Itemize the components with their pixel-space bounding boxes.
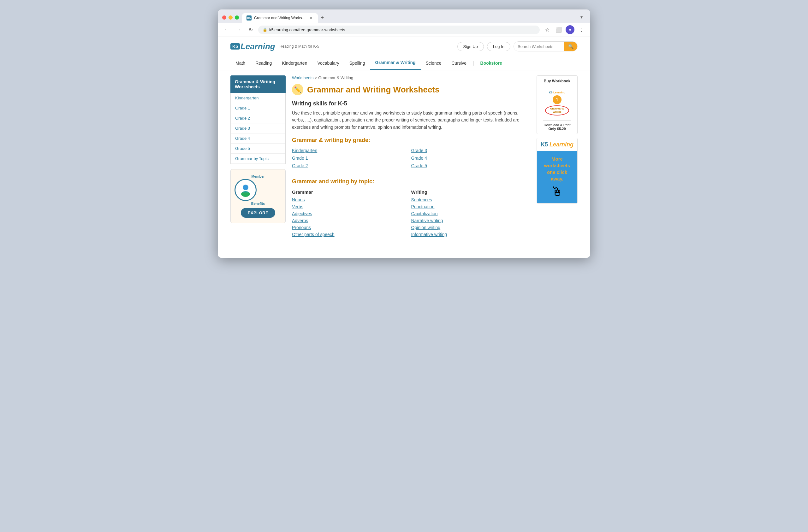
workbook-price: Only $5.29 — [540, 127, 574, 131]
menu-button[interactable]: ⋮ — [577, 25, 586, 34]
topic-link-capitalization[interactable]: Capitalization — [411, 211, 531, 216]
nav-item-science[interactable]: Science — [421, 57, 447, 69]
logo-area[interactable]: K5 Learning Reading & Math for K-5 — [231, 42, 319, 51]
workbook-logo: K5 Learning — [549, 91, 565, 94]
grade-link-kg[interactable]: Kindergarten — [292, 148, 317, 153]
topic-link-nouns[interactable]: Nouns — [292, 197, 411, 202]
member-top-label: Member — [235, 175, 281, 178]
grade-link-g4[interactable]: Grade 4 — [411, 155, 427, 161]
profile-button[interactable]: ● — [566, 25, 574, 34]
nav-separator: | — [472, 57, 475, 69]
signup-button[interactable]: Sign Up — [457, 42, 484, 51]
logo-learning: Learning — [240, 42, 275, 51]
browser-actions: ☆ ⬜ ● ⋮ — [543, 25, 586, 34]
bookmark-button[interactable]: ☆ — [543, 25, 552, 34]
grade-section-title: Grammar & writing by grade: — [292, 137, 530, 144]
workbook-grade-badge: 1 — [553, 95, 562, 104]
nav-item-spelling[interactable]: Spelling — [344, 57, 370, 69]
close-button[interactable] — [222, 16, 226, 20]
breadcrumb-worksheets[interactable]: Worksheets — [292, 75, 313, 80]
page-heading-icon: ✏️ — [292, 84, 303, 95]
grammar-header: Grammar — [292, 189, 411, 195]
workbook-ad[interactable]: Buy Workbook K5 Learning 1 Grammar & Wri… — [536, 75, 577, 134]
topic-link-narrative[interactable]: Narrative writing — [411, 218, 531, 223]
search-button[interactable]: 🔍 — [564, 42, 577, 51]
nav-item-reading[interactable]: Reading — [250, 57, 277, 69]
maximize-button[interactable] — [235, 16, 239, 20]
page-title: Grammar and Writing Worksheets — [307, 85, 439, 95]
topic-link-other-parts[interactable]: Other parts of speech — [292, 232, 411, 237]
k5-ad-logo: K5 Learning — [540, 141, 574, 148]
nav-item-kindergarten[interactable]: Kindergarten — [277, 57, 312, 69]
grade-link-g1[interactable]: Grade 1 — [292, 155, 308, 161]
sidebar-item-grade5[interactable]: Grade 5 — [231, 144, 285, 154]
forward-button[interactable]: → — [234, 25, 243, 34]
reload-button[interactable]: ↻ — [246, 25, 255, 34]
topic-link-opinion[interactable]: Opinion writing — [411, 225, 531, 230]
search-input[interactable] — [514, 42, 564, 51]
grade-section: Grammar & writing by grade: Kindergarten… — [292, 137, 530, 171]
topic-link-adjectives[interactable]: Adjectives — [292, 211, 411, 216]
new-tab-button[interactable]: + — [318, 13, 327, 22]
breadcrumb-current: Grammar & Writing — [318, 75, 353, 80]
topic-link-sentences[interactable]: Sentences — [411, 197, 531, 202]
topic-grid: Grammar Nouns Verbs Adjectives Adverbs P… — [292, 189, 530, 239]
k5-ad-mouse-icon: 🖱 — [540, 185, 574, 199]
writing-column: Writing Sentences Punctuation Capitaliza… — [411, 189, 531, 239]
right-sidebar: Buy Workbook K5 Learning 1 Grammar & Wri… — [536, 70, 577, 250]
nav-item-bookstore[interactable]: Bookstore — [475, 57, 507, 69]
sidebar-item-grammar-by-topic[interactable]: Grammar by Topic — [231, 154, 285, 164]
sidebar-item-grade2[interactable]: Grade 2 — [231, 113, 285, 123]
window-controls — [222, 16, 239, 20]
tab-title: Grammar and Writing Worksh... — [254, 16, 306, 20]
main-content: Worksheets > Grammar & Writing ✏️ Gramma… — [292, 70, 530, 250]
breadcrumb-separator: > — [315, 75, 318, 80]
tab-dropdown-button[interactable]: ▾ — [577, 13, 586, 21]
sidebar-item-grade3[interactable]: Grade 3 — [231, 123, 285, 133]
topic-link-pronouns[interactable]: Pronouns — [292, 225, 411, 230]
nav-item-grammar[interactable]: Grammar & Writing — [370, 56, 421, 70]
tab-bar: K5 Grammar and Writing Worksh... ✕ + ▾ — [242, 13, 586, 23]
topic-link-informative[interactable]: Informative writing — [411, 232, 531, 237]
search-box: 🔍 — [514, 41, 577, 51]
active-tab[interactable]: K5 Grammar and Writing Worksh... ✕ — [242, 13, 318, 23]
grade-link-g3[interactable]: Grade 3 — [411, 148, 427, 153]
sidebar-item-grade4[interactable]: Grade 4 — [231, 133, 285, 144]
grade-link-g2[interactable]: Grade 2 — [292, 163, 308, 168]
member-benefits-box: Member Benefits EXPLORE — [231, 169, 286, 223]
nav-item-cursive[interactable]: Cursive — [446, 57, 471, 69]
browser-window: K5 Grammar and Writing Worksh... ✕ + ▾ ←… — [218, 10, 590, 258]
k5-ad-bottom: Moreworksheetsone clickaway. 🖱 — [537, 151, 577, 203]
url-text: k5learning.com/free-grammar-worksheets — [269, 27, 535, 32]
tab-close-button[interactable]: ✕ — [308, 16, 313, 20]
intro-text: Use these free, printable grammar and wr… — [292, 110, 530, 131]
topic-link-verbs[interactable]: Verbs — [292, 204, 411, 209]
k5-ad-text: Moreworksheetsone clickaway. — [540, 155, 574, 182]
grade-grid: Kindergarten Grade 1 Grade 2 Grade 3 Gra… — [292, 148, 530, 171]
k5-promo-ad[interactable]: K5 Learning Moreworksheetsone clickaway.… — [536, 138, 577, 203]
address-bar: ← → ↻ 🔒 k5learning.com/free-grammar-work… — [218, 23, 590, 37]
page-content: K5 Learning Reading & Math for K-5 Sign … — [218, 37, 590, 258]
back-button[interactable]: ← — [222, 25, 231, 34]
explore-button[interactable]: EXPLORE — [241, 208, 276, 218]
url-bar[interactable]: 🔒 k5learning.com/free-grammar-worksheets — [258, 25, 540, 34]
nav-item-math[interactable]: Math — [231, 57, 250, 69]
extensions-button[interactable]: ⬜ — [554, 25, 563, 34]
sidebar-item-kindergarten[interactable]: Kindergarten — [231, 93, 285, 103]
sidebar: Grammar & WritingWorksheets Kindergarten… — [231, 70, 286, 250]
grade-left-col: Kindergarten Grade 1 Grade 2 — [292, 148, 411, 171]
tab-favicon: K5 — [246, 16, 252, 20]
grade-link-g5[interactable]: Grade 5 — [411, 163, 427, 168]
sidebar-item-grade1[interactable]: Grade 1 — [231, 103, 285, 113]
member-bottom-label: Benefits — [235, 202, 281, 205]
nav-item-vocabulary[interactable]: Vocabulary — [312, 57, 344, 69]
logo-tagline: Reading & Math for K-5 — [280, 44, 319, 49]
writing-header: Writing — [411, 189, 531, 195]
svg-point-0 — [243, 185, 249, 190]
topic-link-adverbs[interactable]: Adverbs — [292, 218, 411, 223]
login-button[interactable]: Log In — [487, 42, 510, 51]
topic-link-punctuation[interactable]: Punctuation — [411, 204, 531, 209]
topic-section-title: Grammar and writing by topic: — [292, 178, 530, 185]
sidebar-header: Grammar & WritingWorksheets — [231, 75, 286, 93]
minimize-button[interactable] — [228, 16, 233, 20]
